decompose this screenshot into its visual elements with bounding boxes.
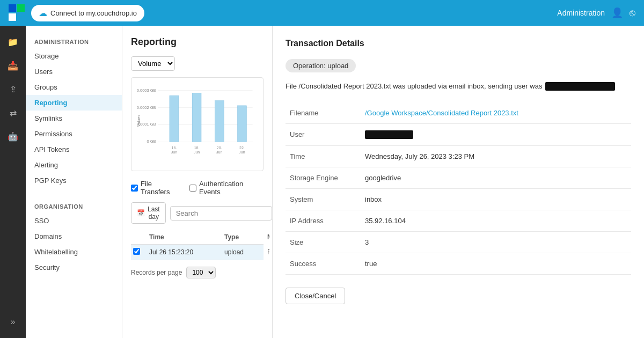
chart-svg: 0.0003 GB 0.0002 GB 0.0001 GB 0 GB Value… <box>137 83 258 158</box>
main-content: Reporting Volume Count Errors 0.0003 GB … <box>122 26 644 338</box>
table-header: Time Type Me <box>131 230 264 245</box>
svg-text:Values: Values <box>137 115 141 127</box>
records-row: Records per page 10 25 50 100 <box>131 267 264 278</box>
last-day-button[interactable]: 📅 Last day <box>131 202 166 224</box>
svg-rect-11 <box>215 101 224 142</box>
svg-rect-9 <box>170 95 179 142</box>
filename-value: /Google Workspace/Consolidated Report 20… <box>361 102 631 124</box>
svg-text:Jun: Jun <box>171 150 177 154</box>
user-icon-button[interactable]: 👤 <box>611 7 623 19</box>
filename-row: Filename /Google Workspace/Consolidated … <box>286 102 631 124</box>
size-value: 3 <box>361 232 631 253</box>
time-row: Time Wednesday, July 26, 2023 3:23 PM <box>286 146 631 167</box>
sidebar: ADMINISTRATION Storage Users Groups Repo… <box>26 26 122 338</box>
system-row: System inbox <box>286 189 631 210</box>
sidebar-item-alerting[interactable]: Alerting <box>26 157 122 173</box>
time-value: Wednesday, July 26, 2023 3:23 PM <box>361 146 631 167</box>
logout-icon-button[interactable]: ⎋ <box>630 8 635 19</box>
org-section-title: ORGANISATION <box>26 199 122 213</box>
details-title: Transaction Details <box>286 39 631 48</box>
col-time: Time <box>147 233 222 241</box>
svg-rect-12 <box>238 106 247 142</box>
operation-badge: Operation: upload <box>286 59 356 72</box>
search-input[interactable] <box>170 206 272 221</box>
auth-events-filter[interactable]: Authentication Events <box>189 180 264 196</box>
user-redacted-topbar <box>545 82 615 91</box>
calendar-icon: 📅 <box>137 209 145 217</box>
row-type: upload <box>222 248 265 256</box>
description-text: File /Consolidated Report 2023.txt was u… <box>286 81 542 92</box>
icon-bar-share[interactable]: ⇪ <box>3 79 23 99</box>
col-type: Type <box>222 233 265 241</box>
ip-value: 35.92.16.104 <box>361 210 631 232</box>
sidebar-item-users[interactable]: Users <box>26 64 122 79</box>
sidebar-item-storage[interactable]: Storage <box>26 48 122 64</box>
table-row[interactable]: Jul 26 15:23:20 upload File <box>131 245 264 260</box>
logo <box>9 4 26 21</box>
size-label: Size <box>286 232 361 253</box>
row-time: Jul 26 15:23:20 <box>147 248 222 256</box>
close-cancel-button[interactable]: Close/Cancel <box>286 288 345 304</box>
sidebar-item-groups[interactable]: Groups <box>26 79 122 95</box>
success-label: Success <box>286 253 361 275</box>
icon-bar-robot[interactable]: 🤖 <box>3 127 23 146</box>
row-check <box>131 248 147 256</box>
col-message: Me <box>265 233 269 241</box>
success-row: Success true <box>286 253 631 275</box>
reporting-title: Reporting <box>131 36 264 48</box>
system-value: inbox <box>361 189 631 210</box>
svg-text:Jun: Jun <box>239 150 245 154</box>
icon-bar-inbox[interactable]: 📥 <box>3 56 23 75</box>
icon-bar-files[interactable]: 📁 <box>3 32 23 52</box>
icon-bar-expand[interactable]: » <box>3 312 23 332</box>
topbar: ☁ Connect to my.couchdrop.io Administrat… <box>0 0 644 26</box>
sidebar-item-symlinks[interactable]: Symlinks <box>26 111 122 126</box>
svg-rect-10 <box>192 93 201 142</box>
connect-label: Connect to my.couchdrop.io <box>50 9 137 17</box>
svg-text:18.: 18. <box>194 146 200 150</box>
auth-events-label: Authentication Events <box>199 180 264 196</box>
records-select[interactable]: 10 25 50 100 <box>186 267 216 278</box>
sidebar-item-reporting[interactable]: Reporting <box>26 95 122 111</box>
sidebar-item-api-tokens[interactable]: API Tokens <box>26 142 122 157</box>
filename-label: Filename <box>286 102 361 124</box>
user-row: User <box>286 123 631 146</box>
file-transfers-checkbox[interactable] <box>131 185 138 192</box>
sidebar-item-whitelabelling[interactable]: Whitelabelling <box>26 244 122 260</box>
sidebar-item-security[interactable]: Security <box>26 260 122 275</box>
admin-section-title: ADMINISTRATION <box>26 34 122 48</box>
icon-bar-transfer[interactable]: ⇄ <box>3 103 23 122</box>
storage-engine-row: Storage Engine googledrive <box>286 167 631 189</box>
svg-text:Jun: Jun <box>194 150 200 154</box>
row-checkbox[interactable] <box>133 248 140 255</box>
topbar-left: ☁ Connect to my.couchdrop.io <box>9 4 144 21</box>
logo-sq-3 <box>9 13 16 21</box>
sidebar-item-sso[interactable]: SSO <box>26 213 122 229</box>
auth-events-checkbox[interactable] <box>189 185 196 192</box>
sidebar-item-domains[interactable]: Domains <box>26 229 122 244</box>
details-panel: Transaction Details Operation: upload Fi… <box>273 26 644 338</box>
toolbar-row: 📅 Last day <box>131 202 264 224</box>
svg-text:22.: 22. <box>239 146 245 150</box>
last-day-label: Last day <box>148 205 160 221</box>
logo-sq-2 <box>17 4 25 12</box>
storage-engine-value: googledrive <box>361 167 631 189</box>
sidebar-item-pgp-keys[interactable]: PGP Keys <box>26 173 122 188</box>
sidebar-item-permissions[interactable]: Permissions <box>26 126 122 142</box>
details-table: Filename /Google Workspace/Consolidated … <box>286 102 631 275</box>
user-value <box>361 123 631 146</box>
sidebar-divider <box>26 188 122 199</box>
logo-sq-4 <box>17 13 25 21</box>
file-transfers-filter[interactable]: File Transfers <box>131 180 181 196</box>
volume-select[interactable]: Volume Count Errors <box>131 56 175 71</box>
logo-sq-1 <box>9 4 16 12</box>
records-label: Records per page <box>131 269 182 276</box>
system-label: System <box>286 189 361 210</box>
connect-button[interactable]: ☁ Connect to my.couchdrop.io <box>31 5 144 21</box>
filename-link[interactable]: /Google Workspace/Consolidated Report 20… <box>365 109 518 117</box>
admin-label: Administration <box>557 9 605 17</box>
user-label: User <box>286 123 361 146</box>
svg-text:0.0003 GB: 0.0003 GB <box>137 88 156 93</box>
icon-bar: 📁 📥 ⇪ ⇄ 🤖 » <box>0 26 26 338</box>
row-message: File <box>265 248 269 256</box>
